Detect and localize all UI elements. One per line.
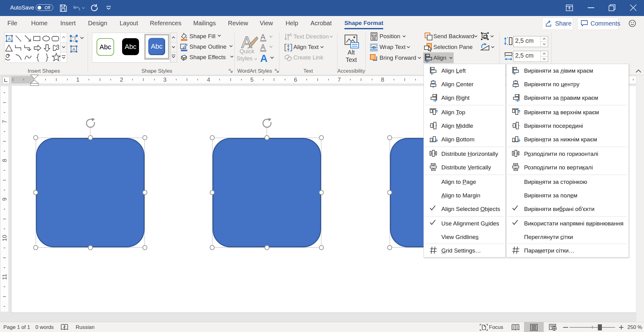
svg-text:A: A bbox=[72, 47, 75, 52]
svg-text:A: A bbox=[289, 33, 292, 37]
svg-text:A: A bbox=[260, 44, 265, 51]
svg-text:A: A bbox=[260, 34, 265, 41]
svg-text:A: A bbox=[8, 36, 11, 41]
